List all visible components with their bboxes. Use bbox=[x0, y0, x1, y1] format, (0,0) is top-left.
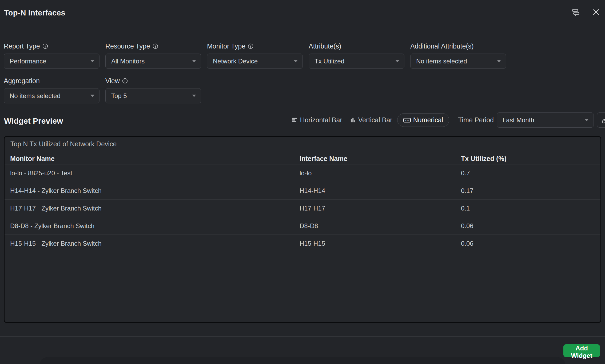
close-icon bbox=[592, 9, 600, 16]
info-icon[interactable] bbox=[153, 43, 158, 49]
info-icon[interactable] bbox=[248, 43, 253, 49]
cell-interface-name: H17-H17 bbox=[300, 205, 461, 212]
vertical-bar-chart-icon bbox=[350, 117, 356, 123]
copy-link-button[interactable] bbox=[597, 112, 605, 128]
widget-heading: Top N Tx Utilized of Network Device bbox=[10, 140, 117, 148]
signpost-icon bbox=[572, 8, 580, 16]
cell-tx-utilized: 0.06 bbox=[461, 222, 600, 230]
page-title: Top-N Interfaces bbox=[4, 9, 65, 17]
field-monitor-type: Monitor Type Network Device bbox=[207, 42, 303, 69]
field-label: Monitor Type bbox=[207, 42, 303, 50]
cell-interface-name: H15-H15 bbox=[300, 240, 461, 247]
table-header-row: Monitor Name Interface Name Tx Utilized … bbox=[5, 153, 600, 164]
cell-monitor-name: H15-H15 - Zylker Branch Switch bbox=[10, 240, 300, 247]
cell-monitor-name: D8-D8 - Zylker Branch Switch bbox=[10, 222, 300, 230]
monitor-type-select[interactable]: Network Device bbox=[207, 54, 303, 69]
cell-monitor-name: lo-lo - 8825-u20 - Test bbox=[10, 169, 300, 177]
close-button[interactable] bbox=[592, 9, 600, 16]
field-resource-type: Resource Type All Monitors bbox=[105, 42, 201, 69]
dialog-header: Top-N Interfaces bbox=[0, 0, 605, 30]
field-label: View bbox=[105, 77, 201, 85]
table-row: D8-D8 - Zylker Branch Switch D8-D8 0.06 bbox=[5, 217, 600, 235]
field-additional-attributes: Additional Attribute(s) No items selecte… bbox=[410, 42, 506, 69]
cell-interface-name: H14-H14 bbox=[300, 187, 461, 195]
cell-monitor-name: H17-H17 - Zylker Branch Switch bbox=[10, 205, 300, 212]
cell-monitor-name: H14-H14 - Zylker Branch Switch bbox=[10, 187, 300, 195]
chevron-down-icon bbox=[90, 95, 94, 97]
cell-tx-utilized: 0.17 bbox=[461, 187, 600, 195]
widget-preview-panel: Top N Tx Utilized of Network Device Moni… bbox=[4, 136, 601, 323]
footer-divider bbox=[0, 336, 605, 337]
time-period-label: Time Period bbox=[458, 116, 494, 124]
table-row: lo-lo - 8825-u20 - Test lo-lo 0.7 bbox=[5, 164, 600, 182]
add-widget-button[interactable]: Add Widget bbox=[563, 344, 600, 357]
field-label: Additional Attribute(s) bbox=[410, 42, 506, 50]
top-n-interfaces-dialog: Top-N Interfaces bbox=[0, 0, 605, 364]
widget-preview-title: Widget Preview bbox=[4, 116, 63, 126]
header-actions bbox=[572, 8, 600, 16]
table-row: H15-H15 - Zylker Branch Switch H15-H15 0… bbox=[5, 235, 600, 252]
chevron-down-icon bbox=[395, 60, 399, 62]
toolbar-divider bbox=[454, 115, 454, 126]
tab-horizontal-bar[interactable]: Horizontal Bar bbox=[292, 116, 342, 124]
tab-numerical[interactable]: 123 Numerical bbox=[397, 113, 449, 127]
chevron-down-icon bbox=[192, 60, 196, 62]
field-label: Attribute(s) bbox=[309, 42, 404, 50]
column-header-monitor-name: Monitor Name bbox=[10, 155, 300, 163]
field-attributes: Attribute(s) Tx Utilized bbox=[309, 42, 404, 69]
field-label: Resource Type bbox=[105, 42, 201, 50]
chevron-down-icon bbox=[497, 60, 501, 62]
chevron-down-icon bbox=[90, 60, 94, 62]
preview-toolbar: Horizontal Bar Vertical Bar 123 Numerica… bbox=[292, 112, 605, 128]
resource-type-select[interactable]: All Monitors bbox=[105, 54, 201, 69]
tab-vertical-bar[interactable]: Vertical Bar bbox=[350, 116, 392, 124]
column-header-tx-utilized: Tx Utilized (%) bbox=[461, 155, 600, 163]
field-view: View Top 5 bbox=[105, 77, 201, 103]
cell-interface-name: D8-D8 bbox=[300, 222, 461, 230]
aggregation-select[interactable]: No items selected bbox=[4, 88, 99, 103]
field-report-type: Report Type Performance bbox=[4, 42, 99, 69]
view-select[interactable]: Top 5 bbox=[105, 88, 201, 103]
attributes-select[interactable]: Tx Utilized bbox=[309, 54, 404, 69]
preview-table: Monitor Name Interface Name Tx Utilized … bbox=[5, 153, 600, 252]
time-period-select[interactable]: Last Month bbox=[497, 112, 594, 128]
bottom-sheet-decoration bbox=[40, 357, 565, 364]
cell-tx-utilized: 0.7 bbox=[461, 169, 600, 177]
cell-interface-name: lo-lo bbox=[300, 169, 461, 177]
field-aggregation: Aggregation No items selected bbox=[4, 77, 99, 103]
svg-text:123: 123 bbox=[405, 119, 409, 122]
cell-tx-utilized: 0.1 bbox=[461, 205, 600, 212]
report-type-select[interactable]: Performance bbox=[4, 54, 99, 69]
info-icon[interactable] bbox=[42, 43, 48, 49]
chevron-down-icon bbox=[192, 95, 196, 97]
column-header-interface-name: Interface Name bbox=[300, 155, 461, 163]
field-label: Aggregation bbox=[4, 77, 99, 85]
chevron-down-icon bbox=[294, 60, 298, 62]
table-row: H14-H14 - Zylker Branch Switch H14-H14 0… bbox=[5, 182, 600, 200]
chevron-down-icon bbox=[585, 119, 589, 121]
link-icon bbox=[602, 117, 605, 124]
numerical-123-icon: 123 bbox=[403, 118, 411, 123]
table-row: H17-H17 - Zylker Branch Switch H17-H17 0… bbox=[5, 200, 600, 217]
info-icon[interactable] bbox=[122, 78, 128, 84]
field-label: Report Type bbox=[4, 42, 99, 50]
additional-attributes-select[interactable]: No items selected bbox=[410, 54, 506, 69]
horizontal-bar-chart-icon bbox=[292, 117, 297, 123]
cell-tx-utilized: 0.06 bbox=[461, 240, 600, 247]
customize-widget-button[interactable] bbox=[572, 8, 580, 16]
